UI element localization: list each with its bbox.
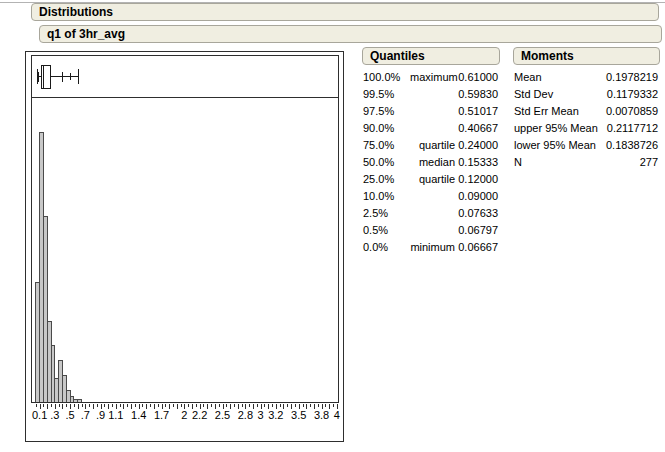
- axis-tick-label: .5: [66, 409, 75, 421]
- quantile-value: 0.09000: [455, 189, 499, 204]
- axis-tick-label: 1.1: [108, 409, 123, 421]
- axis-tick: [89, 404, 90, 407]
- moment-label: lower 95% Mean: [514, 138, 606, 153]
- axis-tick: [135, 404, 136, 407]
- quantile-label: median: [410, 155, 455, 170]
- quantile-row: 75.0%quartile0.24000: [363, 137, 499, 154]
- histogram-bar[interactable]: [36, 282, 40, 402]
- moments-outline-header[interactable]: Moments: [513, 47, 660, 65]
- axis-tick-label: 3: [258, 409, 264, 421]
- histogram-bar[interactable]: [59, 360, 63, 402]
- quantile-row: 100.0%maximum0.61000: [363, 69, 499, 86]
- quantile-pct: 99.5%: [363, 87, 410, 102]
- moment-label: N: [514, 155, 640, 170]
- moment-value: 0.1978219: [606, 70, 659, 85]
- axis-tick-label: 4: [334, 409, 340, 421]
- moment-row: N277: [514, 154, 659, 171]
- histogram-bar[interactable]: [55, 378, 59, 402]
- quantile-row: 97.5%0.51017: [363, 103, 499, 120]
- quantile-value: 0.07633: [455, 206, 499, 221]
- axis-tick-label: 2.5: [215, 409, 230, 421]
- quantile-label: quartile: [410, 138, 455, 153]
- variable-outline-header[interactable]: q1 of 3hr_avg: [39, 25, 662, 43]
- moment-value: 277: [640, 155, 659, 170]
- moment-row: Mean0.1978219: [514, 69, 659, 86]
- quantile-row: 2.5%0.07633: [363, 205, 499, 222]
- plot-frame: [31, 55, 339, 403]
- moment-row: Std Dev0.1179332: [514, 86, 659, 103]
- quantiles-table: 100.0%maximum0.6100099.5%0.5983097.5%0.5…: [363, 69, 499, 256]
- axis-tick: [82, 404, 83, 407]
- axis-tick: [287, 404, 288, 407]
- axis-tick: [310, 404, 311, 407]
- quantile-row: 10.0%0.09000: [363, 188, 499, 205]
- quantile-value: 0.24000: [455, 138, 499, 153]
- distributions-outline-header[interactable]: Distributions: [31, 3, 659, 21]
- axis-tick-label: 3.5: [291, 409, 306, 421]
- axis-tick: [280, 404, 281, 407]
- axis-tick: [51, 404, 52, 407]
- moment-value: 0.1838726: [606, 138, 659, 153]
- histogram[interactable]: [32, 98, 338, 402]
- axis-tick: [120, 404, 121, 407]
- box-plot-canvas[interactable]: [32, 56, 338, 97]
- histogram-bar[interactable]: [74, 399, 78, 402]
- quantile-pct: 2.5%: [363, 206, 410, 221]
- distributions-title: Distributions: [39, 5, 113, 19]
- histogram-bar[interactable]: [43, 216, 47, 402]
- moment-value: 0.1179332: [607, 87, 659, 102]
- moment-value: 0.0070859: [606, 104, 659, 119]
- variable-title: q1 of 3hr_avg: [47, 27, 125, 41]
- axis-tick: [219, 404, 220, 407]
- axis-tick: [74, 404, 75, 407]
- axis-tick: [97, 404, 98, 407]
- axis-tick: [318, 404, 319, 407]
- axis-tick: [249, 404, 250, 407]
- quantile-value: 0.59830: [455, 87, 499, 102]
- quantile-pct: 100.0%: [363, 70, 410, 85]
- histogram-bar[interactable]: [51, 345, 55, 402]
- axis-tick: [36, 404, 37, 407]
- axis-tick-label: 2.8: [238, 409, 253, 421]
- histogram-bar[interactable]: [78, 399, 82, 402]
- axis-tick: [203, 404, 204, 407]
- axis-tick: [173, 404, 174, 407]
- quantile-row: 99.5%0.59830: [363, 86, 499, 103]
- quantile-box-plot[interactable]: [32, 56, 338, 98]
- boxplot-box[interactable]: [41, 65, 50, 88]
- axis-tick: [150, 404, 151, 407]
- axis-tick: [211, 404, 212, 407]
- moment-row: lower 95% Mean0.1838726: [514, 137, 659, 154]
- axis-tick: [303, 404, 304, 407]
- axis-tick-label: .3: [50, 409, 59, 421]
- axis-tick-label: .7: [81, 409, 90, 421]
- axis-tick-label: 2: [181, 409, 187, 421]
- axis-tick: [257, 404, 258, 407]
- moment-row: Std Err Mean0.0070859: [514, 103, 659, 120]
- axis-tick: [226, 404, 227, 407]
- quantiles-outline-header[interactable]: Quantiles: [362, 47, 500, 65]
- histogram-bar[interactable]: [70, 396, 74, 402]
- axis-tick-label: 1.7: [154, 409, 169, 421]
- axis-tick: [181, 404, 182, 407]
- moment-label: upper 95% Mean: [514, 121, 607, 136]
- quantile-pct: 90.0%: [363, 121, 410, 136]
- histogram-bar[interactable]: [62, 375, 66, 402]
- histogram-bar[interactable]: [47, 321, 51, 402]
- axis-tick: [158, 404, 159, 407]
- histogram-canvas[interactable]: [32, 98, 338, 402]
- moment-value: 0.2117712: [607, 121, 659, 136]
- histogram-bar[interactable]: [40, 132, 44, 402]
- quantile-label: minimum: [410, 240, 455, 255]
- quantile-pct: 25.0%: [363, 172, 410, 187]
- quantile-label: quartile: [410, 172, 455, 187]
- quantile-pct: 0.0%: [363, 240, 410, 255]
- axis-tick-label: 3.2: [268, 409, 283, 421]
- histogram-bar[interactable]: [66, 390, 70, 402]
- moment-label: Std Err Mean: [514, 104, 606, 119]
- quantile-value: 0.06797: [455, 223, 499, 238]
- x-axis-labels[interactable]: 0.1.3.5.7.91.11.41.722.22.52.833.23.53.8…: [32, 409, 338, 422]
- axis-tick: [242, 404, 243, 407]
- quantile-value: 0.06667: [455, 240, 499, 255]
- axis-tick-label: .9: [96, 409, 105, 421]
